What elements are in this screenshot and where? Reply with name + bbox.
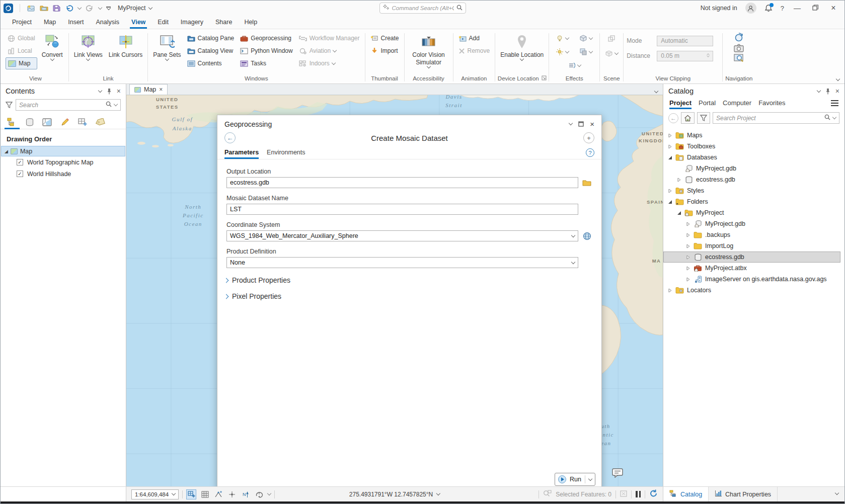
map-scale-select[interactable]: 1:64,609,484	[131, 489, 179, 499]
expand-icon[interactable]	[677, 178, 681, 182]
new-project-icon[interactable]	[27, 5, 35, 12]
tasks-button[interactable]: Tasks	[238, 57, 294, 69]
catalog-tab-project[interactable]: Project	[669, 99, 692, 109]
filter-icon[interactable]	[697, 112, 710, 124]
geoprocessing-collapse-chevron[interactable]	[569, 121, 573, 125]
catalog-item-styles[interactable]: Styles	[663, 185, 840, 196]
collapse-icon[interactable]	[668, 200, 672, 204]
tab-selection[interactable]	[41, 116, 54, 129]
catalog-search-input[interactable]	[716, 115, 822, 122]
dock-tabs-chevron[interactable]	[835, 491, 839, 495]
collapse-icon[interactable]	[668, 155, 672, 160]
dialog-launcher-icon[interactable]	[542, 75, 547, 81]
catalog-item-imageserver-on-gis-earthdata-nasa-gov-ags[interactable]: ImageServer on gis.earthdata.nasa.gov.ag…	[663, 274, 840, 285]
north-arrow-icon[interactable]: N	[241, 489, 251, 499]
catalog-item-toolboxes[interactable]: Toolboxes	[663, 141, 840, 152]
expand-icon[interactable]	[686, 222, 690, 226]
menu-tab-edit[interactable]: Edit	[152, 17, 174, 29]
command-search-input[interactable]	[392, 5, 454, 11]
contents-search-input[interactable]	[19, 102, 103, 109]
geoprocessing-maximize-icon[interactable]	[578, 121, 584, 127]
pane-sets-button[interactable]: Pane Sets	[151, 32, 183, 61]
undo-chevron[interactable]	[78, 5, 82, 9]
link-views-button[interactable]: Link Views	[72, 32, 105, 61]
layer-blend-button[interactable]	[578, 46, 594, 58]
contents-map-item[interactable]: ◢ Map	[1, 146, 125, 156]
catalog-tab-favorites[interactable]: Favorites	[758, 99, 785, 109]
restore-button[interactable]	[810, 4, 820, 12]
aviation-button[interactable]: Aviation	[297, 45, 362, 57]
expand-icon[interactable]	[668, 133, 672, 138]
layer-checkbox[interactable]: ✓	[17, 159, 23, 165]
selected-features-count[interactable]: Selected Features: 0	[556, 491, 611, 498]
close-button[interactable]: ×	[828, 4, 838, 13]
scene-cube-button[interactable]	[603, 47, 620, 59]
section-product-properties[interactable]: Product Properties	[224, 276, 592, 284]
refresh-icon[interactable]	[649, 489, 658, 499]
expand-icon[interactable]	[686, 244, 690, 248]
catalog-item-myproject-gdb[interactable]: MyProject.gdb	[663, 163, 840, 174]
tab-snapping[interactable]	[76, 116, 89, 129]
catalog-tab-portal[interactable]: Portal	[699, 99, 716, 109]
global-button[interactable]: Global	[6, 32, 37, 44]
map-view-button[interactable]: Map	[6, 57, 37, 69]
catalog-close-icon[interactable]: ×	[835, 87, 839, 95]
catalog-item-locators[interactable]: Locators	[663, 285, 840, 296]
map-view-tab[interactable]: Map ×	[129, 84, 168, 95]
catalog-item-myproject-atbx[interactable]: MyProject.atbx	[663, 263, 840, 274]
menu-tab-project[interactable]: Project	[7, 17, 37, 29]
redo-chevron[interactable]	[98, 5, 102, 9]
catalog-item-ecostress-gdb[interactable]: ecostress.gdb	[663, 174, 840, 185]
snapping-toggle-icon[interactable]	[186, 489, 196, 499]
local-button[interactable]: Local	[6, 45, 37, 57]
geoprocessing-button[interactable]: Geoprocessing	[238, 32, 294, 44]
lighting-effect-button[interactable]	[554, 32, 571, 44]
customize-quick-access-icon[interactable]	[106, 7, 111, 10]
tab-editing[interactable]	[58, 116, 71, 129]
dynamic-constraints-icon[interactable]	[227, 489, 237, 499]
menu-tab-insert[interactable]: Insert	[62, 17, 89, 29]
save-project-icon[interactable]	[53, 5, 60, 12]
expand-icon[interactable]	[668, 288, 672, 293]
project-menu[interactable]: MyProject	[118, 5, 152, 12]
redo-icon[interactable]	[86, 5, 94, 12]
catalog-pane-chevron[interactable]	[817, 88, 821, 92]
mosaic-dataset-name-input[interactable]	[226, 204, 578, 215]
color-vision-simulator-button[interactable]: Color Vision Simulator	[408, 32, 450, 69]
status-tools-chevron[interactable]	[267, 491, 271, 495]
rotate-view-icon[interactable]	[254, 489, 264, 499]
map-canvas[interactable]: UNITED STATESGulf of AlaskaDavis StraitN…	[126, 95, 663, 486]
tab-drawing-order[interactable]	[6, 116, 19, 129]
command-search[interactable]	[379, 3, 466, 14]
contents-pane-chevron[interactable]	[98, 88, 102, 92]
back-icon[interactable]: ←	[224, 132, 236, 143]
tab-data-source[interactable]	[23, 116, 36, 129]
catalog-pane-button[interactable]: Catalog Pane	[185, 32, 237, 44]
menu-tab-map[interactable]: Map	[38, 17, 61, 29]
swipe-effect-button[interactable]	[566, 59, 583, 71]
catalog-back-icon[interactable]: ←	[668, 113, 678, 123]
layer-item-world-hillshade[interactable]: ✓World Hillshade	[1, 168, 126, 180]
contents-close-icon[interactable]: ×	[117, 87, 121, 95]
tab-labeling[interactable]	[94, 116, 107, 129]
catalog-view-button[interactable]: Catalog View	[185, 45, 237, 57]
map-notification-icon[interactable]	[611, 468, 624, 479]
dock-tab-catalog[interactable]: Catalog	[663, 487, 709, 501]
coordinate-system-select[interactable]: WGS_1984_Web_Mercator_Auxiliary_Sphere	[226, 230, 578, 241]
geoprocessing-close-icon[interactable]: ×	[590, 120, 594, 128]
create-thumbnail-button[interactable]: Create	[368, 32, 401, 44]
zoom-to-selection-icon[interactable]	[734, 54, 744, 63]
sun-effect-button[interactable]	[554, 46, 571, 58]
geoprocessing-tab-parameters[interactable]: Parameters	[224, 149, 259, 159]
expand-icon[interactable]	[668, 144, 672, 149]
contents-button[interactable]: Contents	[185, 57, 237, 69]
open-project-icon[interactable]	[40, 5, 48, 12]
contents-search-chevron[interactable]	[114, 102, 118, 106]
collapse-icon[interactable]	[677, 211, 681, 215]
contents-search[interactable]	[16, 99, 121, 111]
expand-icon[interactable]	[686, 233, 690, 237]
output-location-input[interactable]	[226, 177, 578, 188]
clone-view-button[interactable]	[606, 32, 618, 44]
catalog-item-databases[interactable]: Databases	[663, 152, 840, 163]
catalog-search[interactable]	[713, 112, 839, 124]
